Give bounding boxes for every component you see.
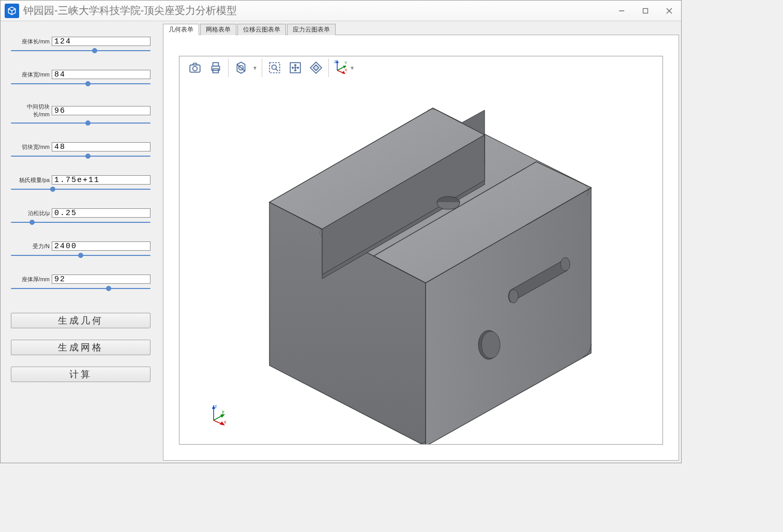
svg-rect-1 — [643, 8, 648, 13]
minimize-button[interactable] — [610, 1, 634, 21]
app-icon — [5, 4, 19, 18]
titlebar: 钟园园-三峡大学科技学院-顶尖座受力分析模型 — [1, 1, 681, 21]
camera-icon[interactable] — [186, 58, 204, 77]
axis-widget-toolbar[interactable]: Z Y X — [332, 59, 348, 77]
param-group: 座体厚/mm — [11, 275, 150, 292]
param-slider[interactable] — [11, 153, 150, 160]
param-group: 中间切块长/mm — [11, 103, 150, 127]
param-input[interactable] — [52, 37, 150, 46]
tabs: 几何表单网格表单位移云图表单应力云图表单 — [163, 23, 679, 35]
tab[interactable]: 网格表单 — [200, 24, 236, 35]
param-label: 座体宽/mm — [11, 71, 52, 79]
svg-point-13 — [272, 65, 277, 70]
param-slider[interactable] — [11, 219, 150, 226]
param-group: 受力/N — [11, 241, 150, 259]
svg-point-42 — [509, 290, 518, 303]
param-slider[interactable] — [11, 119, 150, 127]
param-slider[interactable] — [11, 47, 150, 54]
zoom-rect-icon[interactable] — [265, 58, 284, 77]
param-input[interactable] — [52, 275, 150, 284]
tab[interactable]: 几何表单 — [163, 24, 199, 35]
generate-mesh-button[interactable]: 生成网格 — [11, 340, 150, 355]
maximize-button[interactable] — [634, 1, 657, 21]
sidebar: 座体长/mm 座体宽/mm 中间切块长/mm — [1, 21, 161, 463]
param-slider[interactable] — [11, 80, 150, 87]
viewer-toolbar: ▼ — [179, 56, 662, 79]
axis-y-label: Y — [344, 60, 348, 65]
viewer: ▼ — [179, 56, 663, 445]
param-group: 座体长/mm — [11, 37, 150, 54]
svg-text:x: x — [224, 419, 227, 424]
param-input[interactable] — [52, 175, 150, 185]
viewport-3d[interactable]: z y x — [179, 79, 662, 444]
param-group: 切块宽/mm — [11, 142, 150, 160]
param-group: 杨氏模量/pa — [11, 175, 150, 193]
svg-point-5 — [193, 66, 198, 71]
chevron-down-icon[interactable]: ▼ — [252, 65, 259, 71]
param-label: 座体长/mm — [11, 38, 52, 45]
param-input[interactable] — [52, 106, 150, 115]
calculate-button[interactable]: 计算 — [11, 367, 150, 382]
svg-point-43 — [561, 257, 570, 271]
param-slider[interactable] — [11, 285, 150, 292]
param-input[interactable] — [52, 241, 150, 251]
svg-marker-48 — [220, 414, 225, 418]
param-slider[interactable] — [11, 252, 150, 259]
pan-icon[interactable] — [286, 58, 305, 77]
svg-line-14 — [276, 69, 278, 71]
svg-text:y: y — [222, 409, 224, 414]
param-slider[interactable] — [11, 186, 150, 193]
param-input[interactable] — [52, 208, 150, 218]
axis-z-label: Z — [334, 59, 337, 64]
svg-text:z: z — [215, 404, 217, 409]
print-icon[interactable] — [206, 58, 225, 77]
svg-rect-8 — [213, 63, 219, 66]
param-group: 座体宽/mm — [11, 70, 150, 87]
param-label: 泊松比/μ — [11, 209, 52, 217]
param-label: 座体厚/mm — [11, 276, 52, 283]
settings-icon[interactable] — [232, 58, 250, 77]
body: 座体长/mm 座体宽/mm 中间切块长/mm — [1, 21, 681, 463]
param-label: 切块宽/mm — [11, 143, 52, 151]
tab-content: ▼ — [163, 35, 679, 461]
axis-x-label: X — [344, 68, 348, 72]
tab[interactable]: 应力云图表单 — [287, 24, 336, 35]
chevron-down-icon[interactable]: ▼ — [350, 65, 356, 71]
param-input[interactable] — [52, 70, 150, 79]
svg-rect-12 — [269, 63, 280, 73]
window-title: 钟园园-三峡大学科技学院-顶尖座受力分析模型 — [23, 4, 610, 18]
param-label: 受力/N — [11, 242, 52, 250]
param-input[interactable] — [52, 142, 150, 151]
axis-triad: z y x — [207, 403, 230, 428]
window-controls — [610, 1, 681, 21]
action-buttons: 生成几何 生成网格 计算 — [11, 313, 150, 393]
param-group: 泊松比/μ — [11, 208, 150, 226]
tab[interactable]: 位移云图表单 — [237, 24, 286, 35]
main-area: 几何表单网格表单位移云图表单应力云图表单 — [161, 21, 681, 463]
model-3d — [205, 79, 629, 444]
parameter-list: 座体长/mm 座体宽/mm 中间切块长/mm — [11, 37, 150, 308]
param-label: 中间切块长/mm — [11, 103, 52, 118]
close-button[interactable] — [657, 1, 681, 21]
svg-point-41 — [481, 331, 500, 358]
generate-geometry-button[interactable]: 生成几何 — [11, 313, 150, 328]
app-window: 钟园园-三峡大学科技学院-顶尖座受力分析模型 座体长/mm — [0, 0, 682, 463]
param-label: 杨氏模量/pa — [11, 176, 52, 184]
fit-view-icon[interactable] — [307, 58, 325, 77]
